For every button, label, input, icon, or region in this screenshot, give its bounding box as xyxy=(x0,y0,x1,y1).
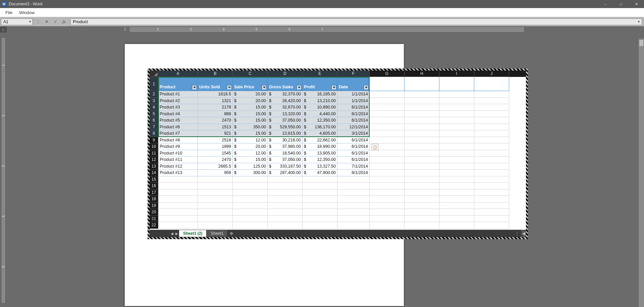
row-header[interactable]: 7 xyxy=(150,124,158,131)
cell[interactable]: $13,210.00 xyxy=(303,98,337,104)
cell[interactable] xyxy=(158,222,198,229)
cell[interactable] xyxy=(439,222,474,229)
column-header-F[interactable]: F xyxy=(337,71,370,77)
tab-scroll-left[interactable]: ◀ xyxy=(170,230,174,237)
horizontal-ruler[interactable]: 1234567 xyxy=(7,27,644,33)
cell[interactable] xyxy=(405,222,439,229)
table-header-cell[interactable]: Gross Sales xyxy=(268,77,303,91)
scrollbar-thumb[interactable] xyxy=(639,40,643,46)
cell[interactable] xyxy=(337,176,370,183)
cell[interactable] xyxy=(233,189,268,196)
cell[interactable] xyxy=(198,216,233,222)
row-header[interactable]: 17 xyxy=(150,189,158,196)
cell[interactable]: $13,905.00 xyxy=(303,150,337,157)
cell[interactable]: 8/1/2014 xyxy=(337,170,370,176)
accept-formula-button[interactable]: ✓ xyxy=(51,18,60,25)
cell[interactable]: $12,350.00 xyxy=(303,117,337,124)
sheet-tab-active[interactable]: Sheet1 (2) xyxy=(179,230,207,237)
cell[interactable]: $125.00 xyxy=(233,163,268,170)
cell[interactable] xyxy=(439,77,474,91)
cell[interactable] xyxy=(405,137,439,144)
cell[interactable] xyxy=(439,189,474,196)
cell[interactable] xyxy=(198,196,233,203)
cell[interactable] xyxy=(474,170,509,176)
formula-input[interactable]: Product ▼ xyxy=(70,18,642,25)
cell[interactable] xyxy=(337,222,370,229)
filter-dropdown-icon[interactable] xyxy=(364,85,369,90)
cell[interactable] xyxy=(198,203,233,209)
cell[interactable]: 1321 xyxy=(198,98,233,104)
cell[interactable]: $37,050.00 xyxy=(268,117,303,124)
cell[interactable] xyxy=(405,170,439,176)
filter-dropdown-icon[interactable] xyxy=(297,85,302,90)
cell[interactable]: Product #3 xyxy=(158,104,198,111)
table-header-cell[interactable]: Sale Price xyxy=(233,77,268,91)
maximize-button[interactable]: □ xyxy=(613,0,629,8)
cell[interactable]: $15.00 xyxy=(233,111,268,118)
paste-options-icon[interactable]: 📋 xyxy=(372,144,378,150)
cell[interactable] xyxy=(405,143,439,150)
cell[interactable] xyxy=(370,150,405,157)
cell[interactable] xyxy=(233,209,268,216)
cell[interactable] xyxy=(158,209,198,216)
cell[interactable] xyxy=(370,137,405,144)
cell[interactable] xyxy=(439,163,474,170)
column-header-D[interactable]: D xyxy=(268,71,303,77)
cell[interactable]: 6/1/2014 xyxy=(337,104,370,111)
cell[interactable] xyxy=(405,163,439,170)
cell[interactable] xyxy=(198,209,233,216)
cell[interactable] xyxy=(439,104,474,111)
row-header[interactable]: 5 xyxy=(150,111,158,118)
cell[interactable]: $18,990.00 xyxy=(303,143,337,150)
cell[interactable]: $13,327.50 xyxy=(303,163,337,170)
cell[interactable] xyxy=(370,130,405,137)
ruler-corner[interactable]: L xyxy=(0,27,7,33)
row-header[interactable]: 18 xyxy=(150,196,158,203)
row-header[interactable]: 3 xyxy=(150,98,158,104)
cell[interactable]: $333,187.50 xyxy=(268,163,303,170)
column-header-C[interactable]: C xyxy=(233,71,268,77)
cell[interactable] xyxy=(303,189,337,196)
filter-dropdown-icon[interactable] xyxy=(192,85,197,90)
cell[interactable]: 921 xyxy=(198,130,233,137)
row-header[interactable]: 6 xyxy=(150,117,158,124)
cell[interactable] xyxy=(370,170,405,176)
cell[interactable] xyxy=(439,196,474,203)
cell[interactable] xyxy=(474,203,509,209)
cell[interactable] xyxy=(474,130,509,137)
tab-scroll-right[interactable]: ▶ xyxy=(174,230,179,237)
cell[interactable]: $4,440.00 xyxy=(303,111,337,118)
cell[interactable]: $15.00 xyxy=(233,157,268,163)
cell[interactable] xyxy=(303,216,337,222)
cell[interactable]: 2470 xyxy=(198,117,233,124)
cell[interactable] xyxy=(474,176,509,183)
cell[interactable] xyxy=(439,137,474,144)
cell[interactable] xyxy=(405,77,439,91)
cell[interactable] xyxy=(370,203,405,209)
cell[interactable] xyxy=(405,209,439,216)
cell[interactable] xyxy=(405,124,439,131)
cell[interactable] xyxy=(370,98,405,104)
cell[interactable] xyxy=(233,176,268,183)
table-header-cell[interactable]: Date xyxy=(337,77,370,91)
cell[interactable]: 1899 xyxy=(198,143,233,150)
cell[interactable] xyxy=(337,209,370,216)
cell[interactable] xyxy=(439,209,474,216)
cell[interactable] xyxy=(474,143,509,150)
cell[interactable] xyxy=(158,176,198,183)
cell[interactable] xyxy=(303,203,337,209)
cell-reference-box[interactable]: A1 ▼ xyxy=(1,18,33,25)
cell[interactable] xyxy=(158,189,198,196)
column-header-H[interactable]: H xyxy=(405,71,439,77)
cell[interactable] xyxy=(405,150,439,157)
cell[interactable] xyxy=(370,77,405,91)
cell[interactable] xyxy=(439,111,474,118)
cell[interactable] xyxy=(268,209,303,216)
cell[interactable]: $22,662.00 xyxy=(303,137,337,144)
cell[interactable]: 1618.5 xyxy=(198,91,233,98)
cell[interactable] xyxy=(439,91,474,98)
cell[interactable] xyxy=(198,176,233,183)
vertical-ruler[interactable]: 12345 xyxy=(0,33,7,307)
cell[interactable] xyxy=(439,150,474,157)
cell[interactable]: $15.00 xyxy=(233,130,268,137)
